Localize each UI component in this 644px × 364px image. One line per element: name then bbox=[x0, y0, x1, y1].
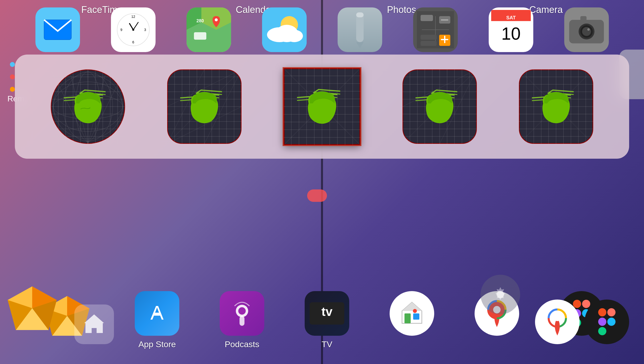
icon-variant-square-selected[interactable] bbox=[284, 68, 360, 145]
svg-rect-199 bbox=[307, 190, 327, 202]
svg-point-196 bbox=[607, 318, 616, 326]
svg-point-45 bbox=[587, 28, 590, 31]
calculator-icon[interactable] bbox=[413, 8, 458, 52]
svg-marker-21 bbox=[356, 42, 364, 48]
icon-variant-rounded-2[interactable] bbox=[402, 69, 477, 144]
svg-rect-194 bbox=[607, 308, 616, 316]
google-home-icon[interactable] bbox=[390, 291, 434, 336]
svg-point-19 bbox=[286, 30, 303, 42]
tv-icon[interactable]: tv bbox=[305, 291, 349, 336]
clock-icon[interactable]: 12 3 6 9 bbox=[111, 8, 156, 52]
dot-orange bbox=[10, 87, 15, 92]
appstore-icon[interactable]: A bbox=[135, 291, 179, 336]
figma-bottom-right[interactable] bbox=[584, 299, 629, 344]
svg-point-14 bbox=[215, 18, 218, 21]
svg-text:3: 3 bbox=[144, 28, 146, 32]
top-app-icons-row: 12 3 6 9 280 bbox=[0, 8, 644, 52]
svg-rect-22 bbox=[356, 13, 364, 17]
icon-variant-circle[interactable] bbox=[51, 69, 125, 144]
podcasts-label: Podcasts bbox=[225, 339, 259, 349]
tv-label: TV bbox=[322, 339, 332, 349]
svg-rect-175 bbox=[413, 313, 419, 320]
svg-marker-190 bbox=[84, 314, 104, 333]
svg-rect-169 bbox=[240, 316, 244, 326]
home-icon[interactable] bbox=[74, 304, 114, 344]
google-home-app-item[interactable] bbox=[390, 291, 434, 349]
appstore-label: App Store bbox=[138, 339, 176, 349]
calendar-app-icon[interactable]: SAT 10 bbox=[489, 8, 533, 52]
background-red-pill bbox=[307, 190, 327, 203]
sketch-bottom-left[interactable] bbox=[5, 284, 60, 339]
svg-rect-195 bbox=[598, 318, 606, 326]
svg-text:10: 10 bbox=[501, 24, 521, 43]
google-maps-bottom-right[interactable] bbox=[535, 299, 580, 344]
clock-icon-col: 12 3 6 9 bbox=[111, 8, 156, 52]
svg-rect-11 bbox=[194, 32, 206, 40]
svg-rect-174 bbox=[404, 313, 411, 323]
svg-point-176 bbox=[413, 309, 417, 313]
svg-rect-31 bbox=[444, 36, 445, 43]
svg-point-9 bbox=[132, 29, 134, 31]
pen-icon[interactable] bbox=[338, 8, 382, 52]
svg-text:6: 6 bbox=[132, 40, 134, 44]
svg-rect-33 bbox=[420, 41, 437, 46]
mail-icon[interactable] bbox=[36, 8, 80, 52]
svg-rect-24 bbox=[420, 15, 433, 21]
camera-top-icon[interactable] bbox=[564, 8, 609, 52]
tv-app-item[interactable]: tv TV bbox=[305, 291, 349, 349]
mail-icon-col bbox=[36, 8, 80, 52]
svg-rect-28 bbox=[441, 19, 448, 21]
podcasts-icon[interactable] bbox=[220, 291, 264, 336]
camera-top-icon-col bbox=[564, 8, 609, 52]
podcasts-app-item[interactable]: Podcasts bbox=[220, 291, 264, 349]
svg-rect-32 bbox=[420, 35, 437, 40]
weather-icon[interactable] bbox=[262, 8, 307, 52]
svg-rect-197 bbox=[598, 327, 606, 335]
svg-point-44 bbox=[582, 27, 591, 36]
svg-rect-46 bbox=[580, 16, 586, 21]
svg-text:280: 280 bbox=[196, 18, 204, 23]
settings-bottom-bg bbox=[480, 275, 520, 314]
svg-point-168 bbox=[238, 307, 246, 315]
pen-icon-col bbox=[338, 8, 382, 52]
svg-text:9: 9 bbox=[120, 28, 122, 32]
calendar-icon-col: SAT 10 bbox=[489, 8, 533, 52]
maps-icon-col: 280 bbox=[186, 8, 231, 52]
appstore-app-item[interactable]: A App Store bbox=[135, 291, 179, 349]
svg-point-192 bbox=[554, 315, 560, 321]
maps-icon[interactable]: 280 bbox=[186, 8, 231, 52]
bottom-home-icons bbox=[74, 304, 114, 344]
weather-icon-col bbox=[262, 8, 307, 52]
svg-text:SAT: SAT bbox=[506, 15, 516, 20]
svg-marker-173 bbox=[402, 302, 422, 311]
calculator-icon-col bbox=[413, 8, 458, 52]
dot-red bbox=[10, 74, 15, 79]
icon-variant-rounded-3[interactable] bbox=[519, 69, 593, 144]
svg-text:tv: tv bbox=[322, 305, 333, 319]
svg-text:12: 12 bbox=[131, 15, 135, 19]
bottom-right-icons bbox=[535, 299, 629, 344]
dot-blue bbox=[10, 62, 15, 67]
icon-variant-rounded-1[interactable] bbox=[167, 69, 242, 144]
svg-rect-193 bbox=[598, 308, 606, 316]
icon-variants-panel bbox=[15, 55, 629, 159]
